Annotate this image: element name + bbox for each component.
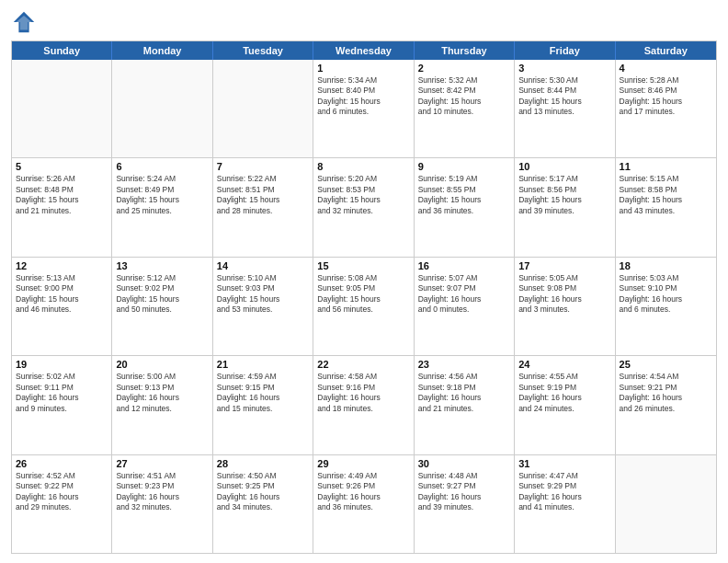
day-cell-8: 8Sunrise: 5:20 AM Sunset: 8:53 PM Daylig… — [313, 158, 414, 256]
day-number: 4 — [620, 63, 712, 74]
calendar-row-2: 12Sunrise: 5:13 AM Sunset: 9:00 PM Dayli… — [12, 258, 716, 356]
day-number: 21 — [217, 359, 309, 370]
day-info: Sunrise: 5:30 AM Sunset: 8:44 PM Dayligh… — [518, 75, 610, 118]
weekday-header-saturday: Saturday — [616, 41, 716, 60]
weekday-header-friday: Friday — [515, 41, 615, 60]
day-number: 30 — [418, 458, 510, 469]
day-info: Sunrise: 5:02 AM Sunset: 9:11 PM Dayligh… — [16, 372, 108, 414]
day-cell-18: 18Sunrise: 5:03 AM Sunset: 9:10 PM Dayli… — [616, 258, 716, 355]
weekday-header-tuesday: Tuesday — [213, 41, 313, 60]
day-number: 22 — [317, 359, 409, 370]
day-cell-23: 23Sunrise: 4:56 AM Sunset: 9:18 PM Dayli… — [415, 356, 515, 454]
day-number: 19 — [16, 359, 108, 370]
calendar-row-4: 26Sunrise: 4:52 AM Sunset: 9:22 PM Dayli… — [12, 455, 716, 553]
day-info: Sunrise: 4:51 AM Sunset: 9:23 PM Dayligh… — [116, 471, 208, 513]
empty-cell — [213, 60, 313, 157]
day-number: 2 — [418, 63, 510, 74]
day-cell-5: 5Sunrise: 5:26 AM Sunset: 8:48 PM Daylig… — [12, 158, 112, 256]
day-info: Sunrise: 4:56 AM Sunset: 9:18 PM Dayligh… — [418, 372, 510, 414]
day-number: 25 — [620, 359, 712, 370]
day-cell-24: 24Sunrise: 4:55 AM Sunset: 9:19 PM Dayli… — [515, 356, 615, 454]
day-cell-27: 27Sunrise: 4:51 AM Sunset: 9:23 PM Dayli… — [112, 455, 212, 553]
day-info: Sunrise: 5:20 AM Sunset: 8:53 PM Dayligh… — [317, 174, 409, 216]
day-cell-11: 11Sunrise: 5:15 AM Sunset: 8:58 PM Dayli… — [616, 158, 716, 256]
empty-cell — [12, 60, 112, 157]
weekday-header-thursday: Thursday — [415, 41, 515, 60]
logo — [11, 9, 40, 35]
weekday-header-sunday: Sunday — [12, 41, 112, 60]
day-cell-2: 2Sunrise: 5:32 AM Sunset: 8:42 PM Daylig… — [415, 60, 515, 157]
calendar-header: SundayMondayTuesdayWednesdayThursdayFrid… — [12, 41, 716, 60]
day-number: 15 — [317, 260, 409, 271]
day-number: 23 — [418, 359, 510, 370]
day-cell-14: 14Sunrise: 5:10 AM Sunset: 9:03 PM Dayli… — [213, 258, 313, 355]
day-cell-19: 19Sunrise: 5:02 AM Sunset: 9:11 PM Dayli… — [12, 356, 112, 454]
calendar-body: 1Sunrise: 5:34 AM Sunset: 8:40 PM Daylig… — [12, 60, 716, 553]
day-cell-17: 17Sunrise: 5:05 AM Sunset: 9:08 PM Dayli… — [515, 258, 615, 355]
day-info: Sunrise: 5:24 AM Sunset: 8:49 PM Dayligh… — [116, 174, 208, 216]
day-number: 20 — [116, 359, 208, 370]
calendar-row-1: 5Sunrise: 5:26 AM Sunset: 8:48 PM Daylig… — [12, 158, 716, 257]
day-cell-6: 6Sunrise: 5:24 AM Sunset: 8:49 PM Daylig… — [112, 158, 212, 256]
day-number: 31 — [518, 458, 610, 469]
day-number: 3 — [518, 63, 610, 74]
day-info: Sunrise: 5:32 AM Sunset: 8:42 PM Dayligh… — [418, 75, 510, 118]
weekday-header-monday: Monday — [112, 41, 212, 60]
day-number: 7 — [217, 161, 309, 172]
day-info: Sunrise: 4:48 AM Sunset: 9:27 PM Dayligh… — [418, 471, 510, 513]
day-info: Sunrise: 5:13 AM Sunset: 9:00 PM Dayligh… — [16, 273, 108, 316]
day-number: 24 — [518, 359, 610, 370]
day-info: Sunrise: 5:19 AM Sunset: 8:55 PM Dayligh… — [418, 174, 510, 216]
calendar-row-3: 19Sunrise: 5:02 AM Sunset: 9:11 PM Dayli… — [12, 356, 716, 454]
page: SundayMondayTuesdayWednesdayThursdayFrid… — [0, 0, 728, 563]
day-info: Sunrise: 4:50 AM Sunset: 9:25 PM Dayligh… — [217, 471, 309, 513]
day-number: 11 — [620, 161, 712, 172]
day-info: Sunrise: 4:58 AM Sunset: 9:16 PM Dayligh… — [317, 372, 409, 414]
day-info: Sunrise: 5:10 AM Sunset: 9:03 PM Dayligh… — [217, 273, 309, 316]
day-cell-29: 29Sunrise: 4:49 AM Sunset: 9:26 PM Dayli… — [313, 455, 414, 553]
day-info: Sunrise: 5:22 AM Sunset: 8:51 PM Dayligh… — [217, 174, 309, 216]
day-info: Sunrise: 5:26 AM Sunset: 8:48 PM Dayligh… — [16, 174, 108, 216]
header — [11, 9, 717, 35]
day-info: Sunrise: 4:49 AM Sunset: 9:26 PM Dayligh… — [317, 471, 409, 513]
day-cell-21: 21Sunrise: 4:59 AM Sunset: 9:15 PM Dayli… — [213, 356, 313, 454]
day-cell-4: 4Sunrise: 5:28 AM Sunset: 8:46 PM Daylig… — [616, 60, 716, 157]
day-number: 27 — [116, 458, 208, 469]
day-number: 18 — [620, 260, 712, 271]
day-number: 10 — [518, 161, 610, 172]
day-info: Sunrise: 5:05 AM Sunset: 9:08 PM Dayligh… — [518, 273, 610, 316]
day-info: Sunrise: 5:08 AM Sunset: 9:05 PM Dayligh… — [317, 273, 409, 316]
day-info: Sunrise: 5:12 AM Sunset: 9:02 PM Dayligh… — [116, 273, 208, 316]
calendar: SundayMondayTuesdayWednesdayThursdayFrid… — [11, 40, 717, 554]
day-number: 12 — [16, 260, 108, 271]
day-cell-20: 20Sunrise: 5:00 AM Sunset: 9:13 PM Dayli… — [112, 356, 212, 454]
day-cell-28: 28Sunrise: 4:50 AM Sunset: 9:25 PM Dayli… — [213, 455, 313, 553]
day-info: Sunrise: 5:34 AM Sunset: 8:40 PM Dayligh… — [317, 75, 409, 118]
day-info: Sunrise: 5:28 AM Sunset: 8:46 PM Dayligh… — [620, 75, 712, 118]
day-cell-7: 7Sunrise: 5:22 AM Sunset: 8:51 PM Daylig… — [213, 158, 313, 256]
weekday-header-wednesday: Wednesday — [313, 41, 414, 60]
logo-icon — [11, 9, 37, 35]
day-number: 16 — [418, 260, 510, 271]
day-number: 26 — [16, 458, 108, 469]
day-info: Sunrise: 4:47 AM Sunset: 9:29 PM Dayligh… — [518, 471, 610, 513]
day-number: 17 — [518, 260, 610, 271]
calendar-row-0: 1Sunrise: 5:34 AM Sunset: 8:40 PM Daylig… — [12, 60, 716, 158]
day-cell-13: 13Sunrise: 5:12 AM Sunset: 9:02 PM Dayli… — [112, 258, 212, 355]
empty-cell — [112, 60, 212, 157]
day-info: Sunrise: 5:15 AM Sunset: 8:58 PM Dayligh… — [620, 174, 712, 216]
empty-cell — [616, 455, 716, 553]
day-cell-25: 25Sunrise: 4:54 AM Sunset: 9:21 PM Dayli… — [616, 356, 716, 454]
day-cell-3: 3Sunrise: 5:30 AM Sunset: 8:44 PM Daylig… — [515, 60, 615, 157]
day-number: 9 — [418, 161, 510, 172]
day-info: Sunrise: 5:03 AM Sunset: 9:10 PM Dayligh… — [620, 273, 712, 316]
day-number: 6 — [116, 161, 208, 172]
day-cell-9: 9Sunrise: 5:19 AM Sunset: 8:55 PM Daylig… — [415, 158, 515, 256]
day-info: Sunrise: 4:52 AM Sunset: 9:22 PM Dayligh… — [16, 471, 108, 513]
day-info: Sunrise: 5:07 AM Sunset: 9:07 PM Dayligh… — [418, 273, 510, 316]
day-cell-30: 30Sunrise: 4:48 AM Sunset: 9:27 PM Dayli… — [415, 455, 515, 553]
day-info: Sunrise: 4:59 AM Sunset: 9:15 PM Dayligh… — [217, 372, 309, 414]
day-cell-16: 16Sunrise: 5:07 AM Sunset: 9:07 PM Dayli… — [415, 258, 515, 355]
day-info: Sunrise: 4:54 AM Sunset: 9:21 PM Dayligh… — [620, 372, 712, 414]
day-cell-10: 10Sunrise: 5:17 AM Sunset: 8:56 PM Dayli… — [515, 158, 615, 256]
